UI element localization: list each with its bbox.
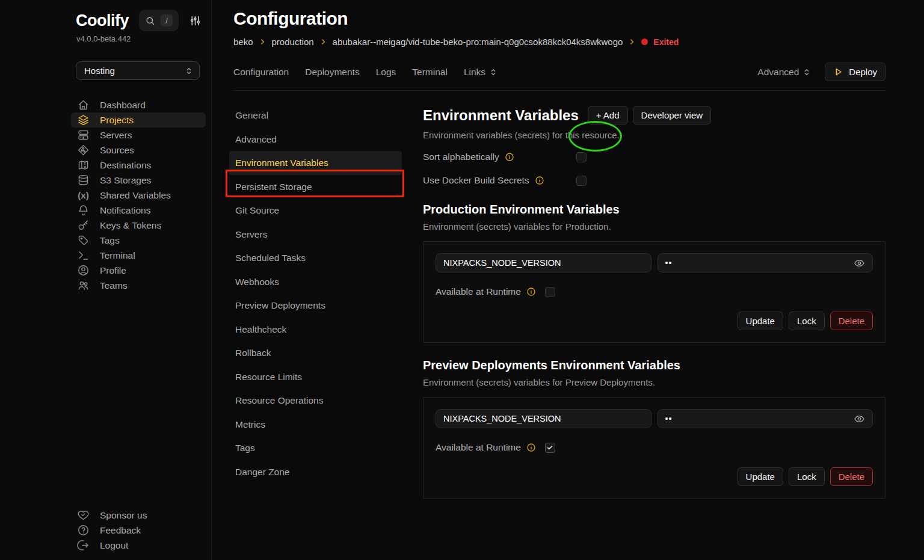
status-dot [641, 38, 648, 45]
chevron-right-icon [259, 38, 266, 46]
chevron-up-down-icon [184, 66, 194, 76]
search-icon [145, 16, 155, 26]
sidebar-item-keys-tokens[interactable]: Keys & Tokens [71, 218, 206, 233]
submenu-item-resource-limits[interactable]: Resource Limits [229, 365, 402, 389]
update-button[interactable]: Update [738, 312, 783, 330]
submenu-item-healthcheck[interactable]: Healthcheck [229, 318, 402, 342]
play-icon [833, 67, 843, 77]
tab-logs[interactable]: Logs [376, 67, 396, 78]
sidebar-item-sources[interactable]: Sources [71, 143, 206, 158]
submenu-item-environment-variables[interactable]: Environment Variables [229, 151, 402, 175]
search-button[interactable]: / [139, 10, 179, 31]
sliders-icon [189, 14, 202, 27]
submenu-item-scheduled-tasks[interactable]: Scheduled Tasks [229, 246, 402, 270]
available-at-runtime-row: Available at Runtime [436, 441, 873, 454]
breadcrumb-team[interactable]: beko [233, 37, 253, 47]
available-at-runtime-checkbox[interactable] [545, 287, 555, 297]
sidebar-item-tags[interactable]: Tags [71, 233, 206, 248]
layers-icon [77, 114, 90, 126]
chevron-right-icon [319, 38, 327, 46]
lock-button[interactable]: Lock [789, 467, 825, 486]
sidebar-item-logout[interactable]: Logout [71, 538, 206, 553]
breadcrumb-environment[interactable]: production [272, 37, 314, 47]
bell-icon [77, 204, 90, 217]
submenu-item-metrics[interactable]: Metrics [229, 413, 402, 437]
sidebar-item-destinations[interactable]: Destinations [71, 158, 206, 173]
key-icon [77, 219, 90, 232]
submenu-item-tags[interactable]: Tags [229, 436, 402, 460]
env-value-masked: •• [665, 414, 673, 423]
submenu-item-webhooks[interactable]: Webhooks [229, 270, 402, 294]
submenu-item-general[interactable]: General [229, 103, 402, 128]
sidebar-item-feedback[interactable]: Feedback [71, 523, 206, 538]
git-icon [77, 144, 90, 156]
sidebar-item-projects[interactable]: Projects [71, 112, 206, 128]
settings-sliders-button[interactable] [189, 14, 202, 27]
delete-button[interactable]: Delete [830, 467, 873, 486]
env-value-input[interactable]: •• [658, 253, 873, 272]
eye-icon[interactable] [854, 257, 865, 269]
sidebar-item-sponsor-us[interactable]: Sponsor us [71, 508, 206, 523]
eye-icon[interactable] [854, 413, 865, 425]
chevron-right-icon [628, 38, 636, 46]
section-title: Environment Variables [423, 107, 579, 124]
sidebar-item-shared-variables[interactable]: Shared Variables [71, 188, 206, 203]
sidebar-item-label: Destinations [100, 160, 151, 171]
status-badge: Exited [653, 37, 679, 47]
submenu-item-preview-deployments[interactable]: Preview Deployments [229, 294, 402, 318]
deploy-button[interactable]: Deploy [825, 63, 886, 81]
sort-alphabetically-checkbox[interactable] [576, 152, 587, 162]
delete-button[interactable]: Delete [830, 312, 873, 330]
sidebar-item-notifications[interactable]: Notifications [71, 203, 206, 218]
tab-deployments[interactable]: Deployments [305, 67, 359, 78]
user-circle-icon [77, 264, 90, 277]
tab-configuration[interactable]: Configuration [233, 67, 289, 78]
update-button[interactable]: Update [738, 467, 783, 486]
sidebar-item-label: Tags [100, 235, 120, 246]
submenu-item-servers[interactable]: Servers [229, 223, 402, 247]
sidebar-nav: Dashboard Projects Servers Sources Desti… [0, 97, 211, 293]
main-area: Configuration beko production abubakar--… [212, 0, 924, 560]
info-icon [505, 152, 514, 162]
tab-links[interactable]: Links [464, 67, 498, 78]
available-at-runtime-row: Available at Runtime [436, 285, 873, 298]
tag-icon [77, 234, 90, 247]
sidebar-item-terminal[interactable]: Terminal [71, 248, 206, 263]
sidebar-item-label: Notifications [100, 205, 150, 216]
developer-view-button[interactable]: Developer view [633, 106, 712, 125]
sidebar-item-servers[interactable]: Servers [71, 128, 206, 143]
sidebar-item-profile[interactable]: Profile [71, 263, 206, 278]
submenu-item-rollback[interactable]: Rollback [229, 341, 402, 365]
terminal-icon [77, 249, 90, 262]
env-value-input[interactable]: •• [658, 409, 873, 428]
chevron-up-down-icon [488, 67, 498, 77]
available-at-runtime-label: Available at Runtime [436, 286, 521, 297]
lock-button[interactable]: Lock [789, 312, 825, 330]
sidebar-footer-nav: Sponsor us Feedback Logout [0, 508, 211, 560]
env-value-masked: •• [665, 258, 673, 268]
sidebar-item-label: Projects [100, 115, 134, 126]
available-at-runtime-checkbox[interactable] [545, 443, 555, 453]
submenu-item-persistent-storage[interactable]: Persistent Storage [229, 175, 402, 199]
submenu-item-danger-zone[interactable]: Danger Zone [229, 460, 402, 484]
page-title: Configuration [233, 8, 886, 29]
submenu-item-resource-operations[interactable]: Resource Operations [229, 389, 402, 413]
breadcrumb-resource[interactable]: abubakar--meigag/vid-tube-beko-pro:main-… [333, 37, 623, 47]
env-key-input[interactable]: NIXPACKS_NODE_VERSION [436, 253, 651, 272]
team-select-dropdown[interactable]: Hosting [76, 61, 200, 80]
docker-build-secrets-checkbox[interactable] [576, 176, 587, 186]
add-variable-button[interactable]: + Add [588, 106, 628, 125]
info-icon [535, 176, 544, 185]
submenu-item-git-source[interactable]: Git Source [229, 198, 402, 223]
app-version: v4.0.0-beta.442 [76, 34, 211, 43]
tab-terminal[interactable]: Terminal [412, 67, 448, 78]
env-key-input[interactable]: NIXPACKS_NODE_VERSION [436, 409, 651, 428]
submenu-item-advanced[interactable]: Advanced [229, 128, 402, 152]
sidebar-item-dashboard[interactable]: Dashboard [71, 97, 206, 112]
sidebar-item-teams[interactable]: Teams [71, 278, 206, 293]
advanced-dropdown[interactable]: Advanced [757, 67, 812, 78]
sidebar-item-s3-storages[interactable]: S3 Storages [71, 173, 206, 188]
map-icon [77, 159, 90, 171]
preview-env-title: Preview Deployments Environment Variable… [423, 358, 886, 372]
help-circle-icon [77, 524, 90, 537]
